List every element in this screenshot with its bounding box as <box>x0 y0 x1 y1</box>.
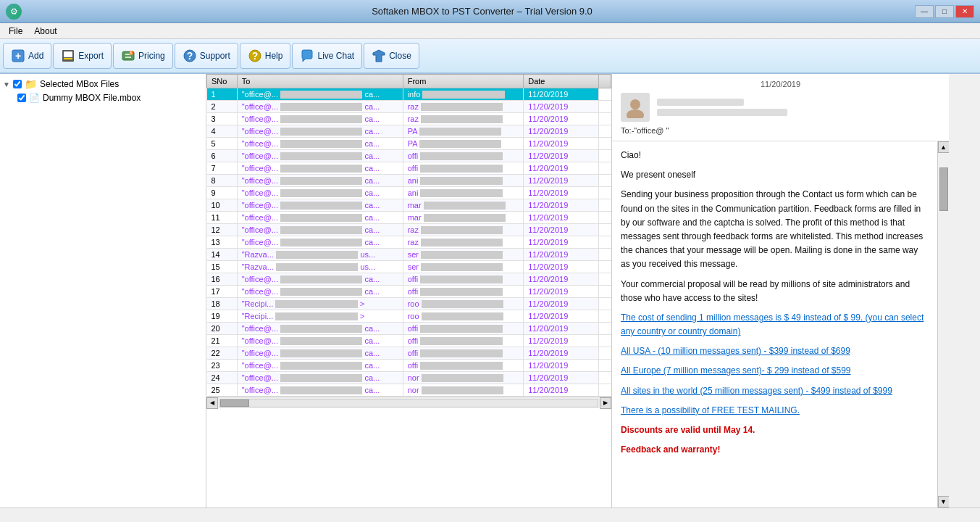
table-row[interactable]: 11 "office@... ████████████████ ca... ma… <box>207 212 611 224</box>
cell-to: "office@... ████████████████ ca... <box>237 323 403 335</box>
maximize-button[interactable]: □ <box>935 5 954 18</box>
cell-from: offi ████████████████ <box>403 323 524 335</box>
cell-sno: 5 <box>207 138 238 150</box>
table-row[interactable]: 20 "office@... ████████████████ ca... of… <box>207 323 611 335</box>
preview-discounts: Discounts are valid until May 14. <box>621 423 929 437</box>
table-row[interactable]: 12 "office@... ████████████████ ca... ra… <box>207 224 611 236</box>
cell-date: 11/20/2019 <box>524 372 599 384</box>
cell-from: ani ████████████████ <box>403 175 524 187</box>
cell-date: 11/20/2019 <box>524 101 599 113</box>
cell-date: 11/20/2019 <box>524 150 599 162</box>
window-controls: — □ ✕ <box>915 5 974 18</box>
preview-scroll-thumb[interactable] <box>939 167 948 211</box>
cell-to: "Razva... ████████████████ us... <box>237 249 403 261</box>
pricing-label: Pricing <box>138 51 165 61</box>
support-button[interactable]: ? Support <box>175 43 238 69</box>
cell-from: offi ████████████████ <box>403 150 524 162</box>
file-label: Dummy MBOX File.mbox <box>43 93 141 103</box>
cell-to: "office@... ████████████████ ca... <box>237 236 403 249</box>
table-row[interactable]: 23 "office@... ████████████████ ca... of… <box>207 360 611 372</box>
help-icon: ? <box>248 49 262 63</box>
help-button[interactable]: ? Help <box>240 43 291 69</box>
cell-date: 11/20/2019 <box>524 138 599 150</box>
table-row[interactable]: 5 "office@... ████████████████ ca... PA … <box>207 138 611 150</box>
cell-from: mar ████████████████ <box>403 212 524 224</box>
table-row[interactable]: 21 "office@... ████████████████ ca... of… <box>207 335 611 347</box>
preview-scroll-down[interactable]: ▼ <box>938 496 950 508</box>
cell-from: raz ████████████████ <box>403 236 524 249</box>
preview-greeting: Ciao! <box>621 149 929 162</box>
minimize-button[interactable]: — <box>915 5 934 18</box>
preview-para2: Your commercial proposal will be read by… <box>621 278 929 305</box>
close-app-button[interactable]: Close <box>364 43 419 69</box>
cell-from: offi ████████████████ <box>403 335 524 347</box>
cell-to: "office@... ████████████████ ca... <box>237 360 403 372</box>
cell-date: 11/20/2019 <box>524 224 599 236</box>
table-row[interactable]: 3 "office@... ████████████████ ca... raz… <box>207 113 611 125</box>
table-row[interactable]: 24 "office@... ████████████████ ca... no… <box>207 372 611 384</box>
cell-to: "office@... ████████████████ ca... <box>237 175 403 187</box>
preview-scrollbar[interactable]: ▲ ▼ <box>937 141 949 508</box>
table-row[interactable]: 22 "office@... ████████████████ ca... of… <box>207 347 611 360</box>
export-button[interactable]: Export <box>53 43 112 69</box>
table-row[interactable]: 8 "office@... ████████████████ ca... ani… <box>207 175 611 187</box>
file-checkbox[interactable] <box>17 94 26 102</box>
preview-pricing4: All sites in the world (25 million messa… <box>621 384 929 398</box>
table-row[interactable]: 15 "Razva... ████████████████ us... ser … <box>207 261 611 273</box>
cell-sno: 16 <box>207 273 238 286</box>
close-window-button[interactable]: ✕ <box>955 5 974 18</box>
close-label: Close <box>389 51 411 61</box>
cell-date: 11/20/2019 <box>524 113 599 125</box>
avatar <box>621 93 650 122</box>
email-table-container[interactable]: SNo To From Date 1 "office@... █████████… <box>206 74 612 508</box>
cell-from: nor ████████████████ <box>403 384 524 397</box>
table-row[interactable]: 1 "office@... ████████████████ ca... inf… <box>207 88 611 101</box>
add-button[interactable]: + Add <box>3 43 51 69</box>
title-bar: ⚙ Softaken MBOX to PST Converter – Trial… <box>0 0 980 23</box>
cell-sno: 3 <box>207 113 238 125</box>
scroll-right[interactable]: ▶ <box>600 397 611 409</box>
table-row[interactable]: 16 "office@... ████████████████ ca... of… <box>207 273 611 286</box>
table-row[interactable]: 18 "Recipi... ████████████████ > roo ███… <box>207 298 611 310</box>
table-row[interactable]: 7 "office@... ████████████████ ca... off… <box>207 162 611 175</box>
table-row[interactable]: 9 "office@... ████████████████ ca... ani… <box>207 187 611 199</box>
cell-to: "office@... ████████████████ ca... <box>237 138 403 150</box>
table-row[interactable]: 13 "office@... ████████████████ ca... ra… <box>207 236 611 249</box>
svg-text:?: ? <box>251 50 258 62</box>
cell-date: 11/20/2019 <box>524 298 599 310</box>
cell-date: 11/20/2019 <box>524 199 599 212</box>
cell-from: raz ████████████████ <box>403 113 524 125</box>
sender-subject-blur <box>657 109 787 116</box>
table-row[interactable]: 14 "Razva... ████████████████ us... ser … <box>207 249 611 261</box>
scroll-thumb[interactable] <box>220 399 249 407</box>
table-row[interactable]: 10 "office@... ████████████████ ca... ma… <box>207 199 611 212</box>
preview-scroll-up[interactable]: ▲ <box>938 141 950 153</box>
table-row[interactable]: 17 "office@... ████████████████ ca... of… <box>207 286 611 298</box>
live-chat-button[interactable]: Live Chat <box>292 43 362 69</box>
preview-to: To:-"office@ " <box>621 126 940 135</box>
cell-sno: 22 <box>207 347 238 360</box>
preview-intro: We present oneself <box>621 168 929 182</box>
sender-info <box>657 99 940 116</box>
table-row[interactable]: 19 "Recipi... ████████████████ > roo ███… <box>207 310 611 323</box>
menu-file[interactable]: File <box>3 25 28 38</box>
root-checkbox[interactable] <box>13 80 22 88</box>
col-from: From <box>403 75 524 88</box>
menu-about[interactable]: About <box>28 25 62 38</box>
cell-to: "office@... ████████████████ ca... <box>237 347 403 360</box>
cell-sno: 21 <box>207 335 238 347</box>
horizontal-scrollbar[interactable]: ◀ ▶ <box>206 397 611 408</box>
cell-sno: 8 <box>207 175 238 187</box>
svg-text:+: + <box>15 50 21 62</box>
table-row[interactable]: 4 "office@... ████████████████ ca... PA … <box>207 125 611 138</box>
table-row[interactable]: 2 "office@... ████████████████ ca... raz… <box>207 101 611 113</box>
cell-from: nor ████████████████ <box>403 372 524 384</box>
scroll-left[interactable]: ◀ <box>206 397 218 409</box>
toolbar: + Add Export $ Pricing ? Support ? Help … <box>0 39 980 74</box>
table-row[interactable]: 25 "office@... ████████████████ ca... no… <box>207 384 611 397</box>
pricing-button[interactable]: $ Pricing <box>113 43 173 69</box>
table-row[interactable]: 6 "office@... ████████████████ ca... off… <box>207 150 611 162</box>
cell-date: 11/20/2019 <box>524 212 599 224</box>
tree-expand[interactable]: ▼ <box>3 80 10 88</box>
cell-to: "office@... ████████████████ ca... <box>237 286 403 298</box>
